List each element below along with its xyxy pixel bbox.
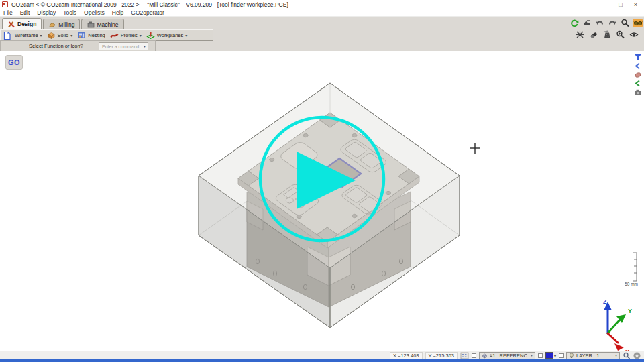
close-button[interactable]: × bbox=[634, 1, 637, 8]
reference-dropdown[interactable]: #1 : REFERENCE ▾ bbox=[479, 352, 535, 359]
command-placeholder: Enter a command bbox=[102, 44, 144, 49]
status-bar: X =123.403 Y =215.363 #1 : REFERENCE ▾ ▾… bbox=[0, 351, 644, 359]
hand-tool-button[interactable] bbox=[633, 71, 643, 78]
tool-profiles[interactable]: Profiles ▾ bbox=[109, 31, 143, 40]
nesting-icon bbox=[77, 31, 86, 40]
viewport[interactable]: 50 mm Z Y X GO bbox=[0, 51, 644, 351]
collapse-green-button[interactable] bbox=[633, 80, 643, 87]
color-picker[interactable]: ▾ bbox=[545, 352, 556, 359]
ribbon-tabs: Design Milling Machine bbox=[2, 18, 124, 29]
reference-checkbox[interactable] bbox=[472, 353, 476, 358]
layer-checkbox[interactable] bbox=[559, 353, 564, 358]
side-toolbar bbox=[633, 54, 643, 96]
help-button[interactable] bbox=[633, 352, 641, 359]
tool-wireframe[interactable]: Wireframe ▾ bbox=[13, 32, 44, 38]
nesting-label: Nesting bbox=[88, 32, 105, 38]
layer-dropdown[interactable]: LAYER : 1 ▾ bbox=[566, 352, 620, 359]
collapse-blue-button[interactable] bbox=[633, 62, 643, 70]
grater-icon bbox=[602, 30, 612, 39]
maximize-button[interactable]: □ bbox=[619, 1, 622, 8]
pick-button[interactable] bbox=[582, 19, 592, 27]
y-coordinate: Y =215.363 bbox=[425, 352, 458, 359]
eraser-icon bbox=[589, 30, 598, 39]
tab-milling-label: Milling bbox=[58, 21, 74, 28]
ribbon: Design Milling Machine bbox=[0, 17, 644, 51]
color-swatch bbox=[545, 352, 553, 359]
solid-cube-icon bbox=[47, 31, 56, 40]
tab-machine[interactable]: Machine bbox=[81, 19, 123, 29]
reference-value: #1 : REFERENCE bbox=[490, 353, 527, 359]
redo-button[interactable] bbox=[607, 19, 617, 27]
layer-value: LAYER : 1 bbox=[576, 353, 612, 359]
design-tools-icon bbox=[7, 21, 15, 28]
menu-display[interactable]: Display bbox=[37, 9, 56, 16]
menu-file[interactable]: File bbox=[3, 9, 13, 16]
delete-button[interactable] bbox=[602, 30, 612, 39]
axis-z-label: Z bbox=[603, 298, 607, 305]
chevron-down-icon[interactable]: ▾ bbox=[40, 34, 42, 38]
chevron-left-icon bbox=[634, 80, 642, 87]
profiles-icon bbox=[110, 31, 119, 40]
taskbar-edge bbox=[0, 359, 644, 362]
color-checkbox[interactable] bbox=[538, 353, 543, 358]
solid-label: Solid bbox=[58, 32, 69, 38]
menu-tools[interactable]: Tools bbox=[63, 9, 76, 16]
filter-button[interactable] bbox=[633, 54, 643, 61]
app-icon bbox=[2, 1, 8, 7]
chevron-down-icon: ▾ bbox=[615, 353, 617, 357]
chevron-down-icon[interactable]: ▾ bbox=[185, 34, 187, 38]
magnifier-icon bbox=[623, 352, 631, 359]
scale-ruler: 50 mm bbox=[625, 253, 638, 286]
stock-block bbox=[199, 83, 460, 328]
zoom-button[interactable] bbox=[620, 19, 630, 27]
layer-zoom-button[interactable] bbox=[623, 352, 631, 359]
tool-solid[interactable]: Solid ▾ bbox=[46, 31, 74, 40]
wireframe-label: Wireframe bbox=[15, 32, 38, 38]
go-logo-button[interactable]: GO bbox=[5, 55, 23, 70]
axis-y-label: Y bbox=[628, 308, 632, 314]
chevron-down-icon: ▾ bbox=[531, 353, 533, 357]
command-combobox[interactable]: Enter a command ▾ bbox=[99, 42, 148, 50]
filter-icon bbox=[634, 54, 642, 61]
minimize-button[interactable]: – bbox=[604, 1, 607, 8]
grid-icon bbox=[460, 352, 469, 359]
menu-help[interactable]: Help bbox=[112, 9, 123, 16]
camera-view-button[interactable] bbox=[633, 88, 643, 96]
workplanes-icon bbox=[146, 31, 155, 40]
tab-machine-label: Machine bbox=[97, 21, 118, 28]
camera-icon bbox=[634, 88, 642, 96]
go-glasses-button[interactable] bbox=[633, 19, 643, 27]
reference-cube-icon bbox=[482, 353, 488, 359]
crosshair-cursor bbox=[470, 143, 480, 154]
view-toolbar bbox=[569, 19, 643, 27]
refresh-icon bbox=[570, 19, 579, 27]
menu-opelists[interactable]: Opelists bbox=[84, 9, 105, 16]
viewport-3d-scene[interactable]: 50 mm Z Y X bbox=[0, 51, 644, 351]
menu-edit[interactable]: Edit bbox=[20, 9, 30, 16]
regenerate-button[interactable] bbox=[569, 19, 579, 27]
chevron-down-icon[interactable]: ▾ bbox=[140, 34, 142, 38]
title-bar: GO2cam < © GO2cam International 2009 - 2… bbox=[0, 0, 644, 9]
new-document-button[interactable] bbox=[3, 31, 11, 40]
clean-part-button[interactable] bbox=[575, 30, 585, 39]
tool-nesting[interactable]: Nesting bbox=[76, 31, 106, 40]
menu-go2operator[interactable]: GO2operator bbox=[131, 9, 164, 16]
window-title: GO2cam < © GO2cam International 2009 - 2… bbox=[11, 1, 288, 8]
view-refresh-button[interactable] bbox=[629, 30, 639, 39]
chevron-down-icon[interactable]: ▾ bbox=[70, 34, 72, 38]
tab-design[interactable]: Design bbox=[2, 18, 42, 29]
glasses-icon bbox=[633, 19, 643, 27]
magnifier-icon bbox=[621, 19, 630, 27]
undo-button[interactable] bbox=[594, 19, 604, 27]
window-controls: – □ × bbox=[604, 1, 644, 8]
grid-button[interactable] bbox=[460, 352, 469, 359]
machine-icon bbox=[87, 21, 95, 28]
eraser-button[interactable] bbox=[588, 30, 598, 39]
eye-icon bbox=[629, 30, 639, 39]
zoom-detail-button[interactable] bbox=[615, 30, 625, 39]
tab-milling[interactable]: Milling bbox=[43, 19, 80, 29]
edit-toolbar bbox=[575, 30, 639, 39]
chevron-down-icon: ▾ bbox=[553, 353, 556, 358]
tool-workplanes[interactable]: Workplanes ▾ bbox=[145, 31, 189, 40]
profiles-label: Profiles bbox=[121, 32, 138, 38]
